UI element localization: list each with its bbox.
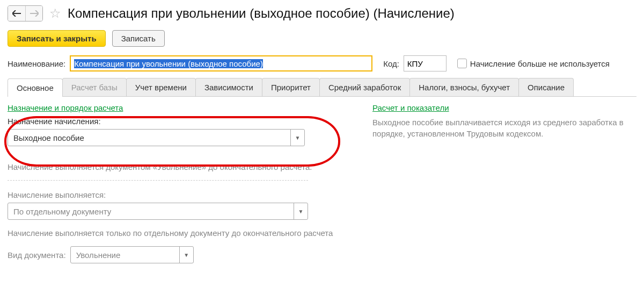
purpose-select-value: Выходное пособие	[8, 133, 290, 142]
nav-forward-button[interactable]	[25, 6, 42, 21]
not-used-checkbox[interactable]	[457, 59, 467, 68]
exec-note: Начисление выполняется только по отдельн…	[8, 227, 340, 239]
tab-description[interactable]: Описание	[518, 78, 574, 96]
tab-dependencies[interactable]: Зависимости	[195, 78, 262, 96]
not-used-label: Начисление больше не используется	[470, 59, 610, 68]
tab-time-tracking[interactable]: Учет времени	[126, 78, 196, 96]
chevron-down-icon[interactable]: ▼	[294, 203, 308, 219]
divider	[8, 180, 308, 181]
tab-avg-earnings[interactable]: Средний заработок	[319, 78, 410, 96]
save-button[interactable]: Записать	[112, 30, 165, 47]
doc-type-label: Вид документа:	[8, 250, 66, 260]
page-title: Компенсация при увольнении (выходное пос…	[68, 6, 455, 21]
section-calc-title[interactable]: Расчет и показатели	[372, 103, 635, 112]
purpose-note: Начисление выполняется документом «Уволь…	[8, 161, 340, 173]
exec-label: Начисление выполняется:	[8, 190, 340, 199]
exec-select[interactable]: По отдельному документу ▼	[8, 203, 308, 220]
tab-base-calc[interactable]: Расчет базы	[62, 78, 127, 96]
tabs: Основное Расчет базы Учет времени Зависи…	[8, 78, 636, 97]
tab-main[interactable]: Основное	[8, 78, 63, 97]
name-input-value: Компенсация при увольнении (выходное пос…	[74, 59, 263, 68]
tab-taxes[interactable]: Налоги, взносы, бухучет	[409, 78, 519, 96]
exec-select-value: По отдельному документу	[8, 207, 294, 216]
calc-description: Выходное пособие выплачивается исходя из…	[372, 117, 635, 139]
doc-type-value: Увольнение	[71, 250, 179, 260]
purpose-select[interactable]: Выходное пособие ▼	[8, 129, 305, 146]
chevron-down-icon[interactable]: ▼	[179, 247, 193, 263]
save-and-close-button[interactable]: Записать и закрыть	[8, 30, 106, 47]
favorite-star-icon[interactable]: ☆	[49, 6, 61, 21]
nav-back-button[interactable]	[8, 6, 25, 21]
tab-priority[interactable]: Приоритет	[262, 78, 320, 96]
nav-group	[8, 5, 43, 22]
code-input[interactable]	[404, 55, 447, 71]
doc-type-select[interactable]: Увольнение ▼	[70, 246, 194, 263]
chevron-down-icon[interactable]: ▼	[290, 130, 304, 146]
name-label: Наименование:	[8, 59, 65, 68]
section-purpose-title[interactable]: Назначение и порядок расчета	[8, 103, 340, 112]
code-label: Код:	[383, 59, 399, 68]
purpose-label: Назначение начисления:	[8, 117, 340, 126]
name-input[interactable]: Компенсация при увольнении (выходное пос…	[70, 55, 372, 71]
